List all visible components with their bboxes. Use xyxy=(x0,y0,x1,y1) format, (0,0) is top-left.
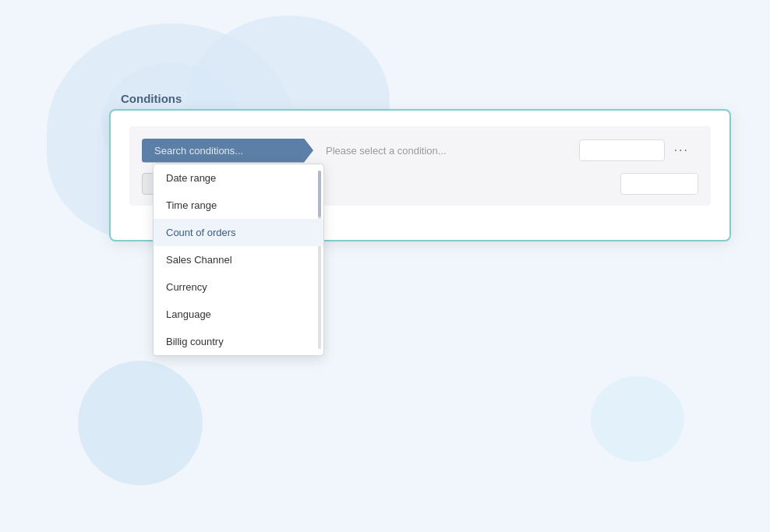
dots-menu-button[interactable]: ··· xyxy=(665,137,698,164)
dropdown-item-count-of-orders[interactable]: Count of orders xyxy=(154,219,323,246)
right-input-bottom xyxy=(620,173,698,195)
condition-placeholder-text: Please select a condition... xyxy=(313,139,579,163)
dropdown-item-sales-channel[interactable]: Sales Channel xyxy=(154,246,323,273)
cloud-blob-bottom-right xyxy=(591,376,684,462)
right-input-top xyxy=(579,139,665,161)
dropdown-item-time-range[interactable]: Time range xyxy=(154,192,323,219)
conditions-section-label: Conditions xyxy=(121,92,182,105)
dropdown-item-date-range[interactable]: Date range xyxy=(154,164,323,192)
dropdown-item-billig-country[interactable]: Billig country xyxy=(154,328,323,355)
dropdown-item-currency[interactable]: Currency xyxy=(154,273,323,301)
condition-input-row: Please select a condition... ··· xyxy=(142,137,698,164)
conditions-dropdown: Date range Time range Count of orders Sa… xyxy=(153,164,324,356)
dropdown-item-language[interactable]: Language xyxy=(154,301,323,328)
search-conditions-input[interactable] xyxy=(142,139,313,163)
cloud-blob-bottom-left xyxy=(78,361,203,485)
